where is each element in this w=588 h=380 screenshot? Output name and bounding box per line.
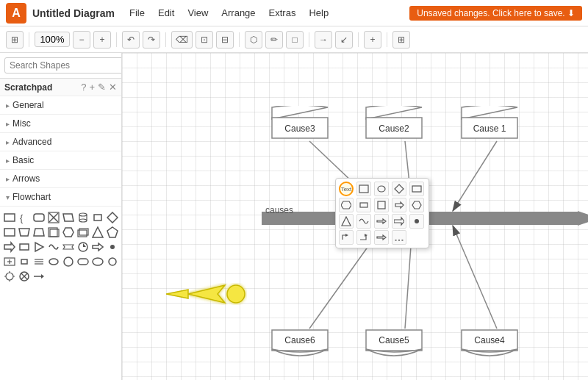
shape-rounded-rect[interactable] xyxy=(32,211,46,224)
popup-bigarrow-icon[interactable] xyxy=(392,214,406,229)
menu-arrange[interactable]: Arrange xyxy=(215,6,261,20)
sidebar-item-general[interactable]: General xyxy=(0,96,121,115)
shape-rect[interactable] xyxy=(3,211,16,224)
shape-x-circle[interactable] xyxy=(18,270,31,283)
shape-rounded2[interactable] xyxy=(76,255,90,268)
menu-view[interactable]: View xyxy=(182,6,214,20)
menu-edit[interactable]: Edit xyxy=(152,6,180,20)
fill-btn[interactable]: ⬡ xyxy=(245,31,262,49)
popup-more-icon[interactable]: … xyxy=(392,230,406,245)
node-cause6[interactable]: Cause6 xyxy=(270,329,329,362)
line-btn[interactable]: ✏ xyxy=(265,31,283,49)
shape-crosshair[interactable] xyxy=(3,270,16,283)
shape-arrow-right[interactable] xyxy=(3,240,16,254)
shape-play[interactable] xyxy=(32,240,46,254)
shape-dot[interactable] xyxy=(106,240,119,254)
shape-circle3[interactable] xyxy=(106,255,119,268)
node-cause3[interactable]: Cause3 xyxy=(270,106,329,140)
shape-lines[interactable] xyxy=(32,255,46,268)
popup-rect2-icon[interactable] xyxy=(409,182,424,196)
shape-curved[interactable] xyxy=(47,240,60,254)
popup-triangle-icon[interactable] xyxy=(339,214,354,229)
shape-ribbon[interactable] xyxy=(62,240,75,254)
node-cause1[interactable]: Cause 1 xyxy=(460,106,519,140)
popup-hex2-icon[interactable] xyxy=(409,198,424,212)
popup-hollow-arrow-icon[interactable] xyxy=(374,230,389,245)
shape-circle2[interactable] xyxy=(62,255,75,268)
popup-dot-icon[interactable] xyxy=(409,214,424,229)
app-title: Untitled Diagram xyxy=(32,7,115,19)
popup-squarec-icon[interactable] xyxy=(374,198,389,212)
search-input[interactable] xyxy=(4,57,122,74)
svg-marker-18 xyxy=(63,228,74,237)
undo-btn[interactable]: ↶ xyxy=(122,31,140,49)
shape-trapezoid2[interactable] xyxy=(32,226,46,239)
waypoint-btn[interactable]: ↙ xyxy=(335,31,353,49)
scratchpad-help-icon[interactable]: ? xyxy=(81,82,86,93)
popup-text-icon[interactable]: Text xyxy=(339,182,354,196)
popup-squareb-icon[interactable] xyxy=(356,198,371,212)
shape-fat-arrow[interactable] xyxy=(91,240,104,254)
shape-cross[interactable] xyxy=(47,211,60,224)
shape-cylinder[interactable] xyxy=(76,211,90,224)
shape-brace[interactable]: { xyxy=(18,211,31,224)
popup-rect-icon[interactable] xyxy=(356,182,371,196)
scratchpad-add-icon[interactable]: + xyxy=(89,82,95,93)
shape-diamond[interactable] xyxy=(106,211,119,224)
zoom-out-btn[interactable]: − xyxy=(73,31,90,49)
unsaved-badge[interactable]: Unsaved changes. Click here to save. ⬇ xyxy=(409,6,582,21)
shape-hex[interactable] xyxy=(62,226,75,239)
shape-triangle[interactable] xyxy=(91,226,104,239)
sidebar-item-flowchart[interactable]: Flowchart xyxy=(0,188,121,207)
zoom-display[interactable]: 100% xyxy=(35,32,70,47)
paste-btn[interactable]: ⊟ xyxy=(216,31,234,49)
popup-turn-icon[interactable] xyxy=(339,230,354,245)
svg-text:Cause2: Cause2 xyxy=(379,123,409,134)
popup-turn2-icon[interactable] xyxy=(356,230,371,245)
insert-btn[interactable]: + xyxy=(364,31,381,49)
node-cause4[interactable]: Cause4 xyxy=(460,329,519,362)
popup-diamond-icon[interactable] xyxy=(392,182,406,196)
canvas[interactable]: causes Cause3 Cause2 xyxy=(122,53,588,380)
sidebar-item-basic[interactable]: Basic xyxy=(0,151,121,170)
shape-oval[interactable] xyxy=(47,255,60,268)
shape-arrow-right2[interactable] xyxy=(32,270,46,283)
copy-btn[interactable]: ⊡ xyxy=(196,31,213,49)
shape-oval2[interactable] xyxy=(91,255,104,268)
format-btn[interactable]: □ xyxy=(286,31,304,49)
popup-hex-icon[interactable] xyxy=(339,198,354,212)
node-cause5[interactable]: Cause5 xyxy=(365,329,423,362)
delete-btn[interactable]: ⌫ xyxy=(171,31,193,49)
shape-rect3[interactable] xyxy=(18,240,31,254)
redo-btn[interactable]: ↷ xyxy=(143,31,160,49)
shape-trapezoid[interactable] xyxy=(18,226,31,239)
shape-small-rect[interactable] xyxy=(91,211,104,224)
svg-text:Cause3: Cause3 xyxy=(284,123,315,134)
popup-arrow2-icon[interactable] xyxy=(374,214,389,229)
sidebar-item-advanced[interactable]: Advanced xyxy=(0,133,121,151)
menu-file[interactable]: File xyxy=(123,6,151,20)
shape-pentagon[interactable] xyxy=(106,226,119,239)
table-btn[interactable]: ⊞ xyxy=(392,31,410,49)
shape-stacked[interactable] xyxy=(76,226,90,239)
sidebar-item-arrows[interactable]: Arrows xyxy=(0,170,121,188)
shape-circle-arrow[interactable] xyxy=(76,240,90,254)
svg-rect-78 xyxy=(412,186,421,192)
popup-curved-icon[interactable] xyxy=(356,214,371,229)
zoom-in-btn[interactable]: + xyxy=(93,31,111,49)
shape-small-rect2[interactable] xyxy=(18,255,31,268)
connection-btn[interactable]: → xyxy=(315,31,332,49)
pages-btn[interactable]: ⊞ xyxy=(6,31,24,49)
sidebar-item-misc[interactable]: Misc xyxy=(0,115,121,133)
shape-parallelogram[interactable] xyxy=(62,211,75,224)
scratchpad-close-icon[interactable]: ✕ xyxy=(109,82,117,93)
scratchpad-edit-icon[interactable]: ✎ xyxy=(98,82,106,93)
menu-extras[interactable]: Extras xyxy=(263,6,302,20)
shape-plus-rect[interactable] xyxy=(3,255,16,268)
shape-rect2[interactable] xyxy=(3,226,16,239)
node-cause2[interactable]: Cause2 xyxy=(365,106,423,140)
popup-circle-icon[interactable] xyxy=(374,182,389,196)
menu-help[interactable]: Help xyxy=(303,6,334,20)
popup-arrow-icon[interactable] xyxy=(392,198,406,212)
shape-double-rect[interactable] xyxy=(47,226,60,239)
